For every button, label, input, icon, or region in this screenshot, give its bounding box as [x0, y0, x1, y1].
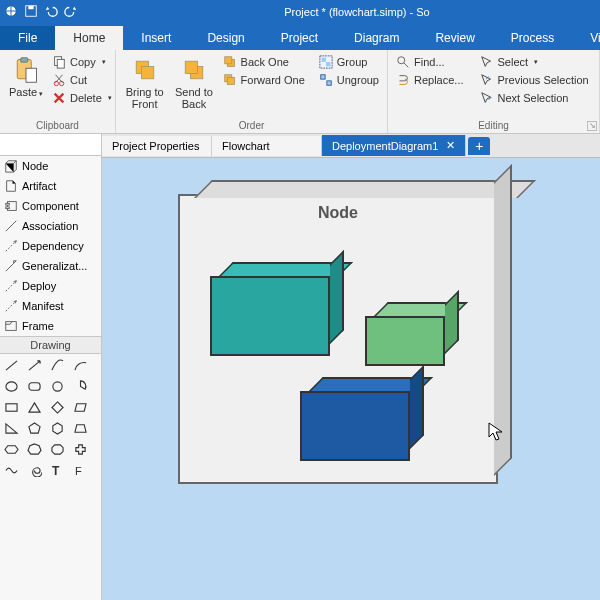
- svg-rect-22: [327, 81, 331, 85]
- node-frame[interactable]: Node: [178, 194, 498, 484]
- svg-point-28: [6, 382, 17, 391]
- tab-file[interactable]: File: [0, 26, 55, 50]
- svg-rect-17: [227, 77, 234, 84]
- tab-home[interactable]: Home: [55, 26, 123, 50]
- replace-button[interactable]: Replace...: [394, 72, 466, 88]
- shape-hexagon-icon[interactable]: [3, 442, 20, 457]
- tab-view[interactable]: View: [572, 26, 600, 50]
- bring-to-front-button[interactable]: Bring to Front: [122, 54, 167, 112]
- forward-one-button[interactable]: Forward One: [221, 72, 307, 88]
- paste-button[interactable]: Paste▾: [6, 54, 46, 100]
- doctab-project-properties[interactable]: Project Properties: [102, 136, 212, 156]
- svg-rect-31: [6, 404, 17, 411]
- palette-item-manifest[interactable]: Manifest: [0, 296, 101, 316]
- svg-rect-11: [141, 67, 153, 79]
- cube-green[interactable]: [365, 316, 445, 366]
- shape-pentagon-icon[interactable]: [26, 421, 43, 436]
- shape-wave-icon[interactable]: [3, 463, 20, 478]
- shape-arc-icon[interactable]: [72, 358, 89, 373]
- ribbon-tabs: File Home Insert Design Project Diagram …: [0, 24, 600, 50]
- title-bar: Project * (flowchart.simp) - So: [0, 0, 600, 24]
- svg-rect-2: [28, 6, 33, 10]
- shape-rect-icon[interactable]: [3, 400, 20, 415]
- save-icon[interactable]: [24, 4, 38, 20]
- shape-octagon-icon[interactable]: [49, 442, 66, 457]
- close-tab-icon[interactable]: ✕: [446, 139, 455, 152]
- ribbon-group-editing: Find... Replace... Select▾ Previous Sele…: [388, 50, 600, 133]
- send-to-back-button[interactable]: Send to Back: [171, 54, 216, 112]
- palette-item-generalization[interactable]: Generalizat...: [0, 256, 101, 276]
- svg-text:T: T: [52, 464, 60, 477]
- copy-button[interactable]: Copy▾: [50, 54, 114, 70]
- document-tabs: Project Properties Flowchart DeploymentD…: [102, 134, 600, 158]
- palette-item-node[interactable]: Node: [0, 156, 101, 176]
- svg-rect-5: [26, 68, 37, 82]
- group-button[interactable]: Group: [317, 54, 381, 70]
- palette-item-association[interactable]: Association: [0, 216, 101, 236]
- palette-item-artifact[interactable]: Artifact: [0, 176, 101, 196]
- shape-parallelogram-icon[interactable]: [72, 400, 89, 415]
- tab-diagram[interactable]: Diagram: [336, 26, 417, 50]
- shape-triangle-icon[interactable]: [26, 400, 43, 415]
- shape-curve-icon[interactable]: [49, 358, 66, 373]
- shape-heptagon-icon[interactable]: [26, 442, 43, 457]
- canvas[interactable]: Node: [102, 158, 600, 600]
- tab-project[interactable]: Project: [263, 26, 336, 50]
- palette-section-drawing: Drawing: [0, 336, 101, 354]
- shape-roundrect-icon[interactable]: [26, 379, 43, 394]
- svg-rect-15: [224, 57, 231, 64]
- shape-sector-icon[interactable]: [72, 379, 89, 394]
- dialog-launcher-icon[interactable]: ↘: [587, 121, 597, 131]
- group-label-editing: Editing: [388, 120, 599, 131]
- select-button[interactable]: Select▾: [478, 54, 591, 70]
- svg-rect-13: [185, 61, 197, 73]
- next-selection-button[interactable]: Next Selection: [478, 90, 591, 106]
- drawing-shapes: T F: [0, 354, 101, 482]
- palette-item-frame[interactable]: Frame: [0, 316, 101, 336]
- back-one-button[interactable]: Back One: [221, 54, 307, 70]
- doctab-flowchart[interactable]: Flowchart: [212, 136, 322, 156]
- shape-spiral-icon[interactable]: [26, 463, 43, 478]
- ungroup-button[interactable]: Ungroup: [317, 72, 381, 88]
- svg-rect-7: [57, 59, 64, 68]
- svg-rect-25: [6, 203, 10, 205]
- redo-icon[interactable]: [64, 4, 78, 20]
- tab-review[interactable]: Review: [417, 26, 492, 50]
- palette-search: 🔍: [0, 134, 101, 156]
- shape-rtriangle-icon[interactable]: [3, 421, 20, 436]
- shape-trapezoid-icon[interactable]: [72, 421, 89, 436]
- find-button[interactable]: Find...: [394, 54, 466, 70]
- svg-rect-29: [29, 383, 40, 390]
- ribbon-group-clipboard: Paste▾ Copy▾ Cut Delete▾ Clipboard: [0, 50, 116, 133]
- palette-item-dependency[interactable]: Dependency: [0, 236, 101, 256]
- undo-icon[interactable]: [44, 4, 58, 20]
- document-area: Project Properties Flowchart DeploymentD…: [102, 134, 600, 600]
- svg-point-30: [53, 382, 62, 391]
- cube-teal[interactable]: [210, 276, 330, 356]
- shape-line-icon[interactable]: [3, 358, 20, 373]
- ribbon: Paste▾ Copy▾ Cut Delete▾ Clipboard Bring…: [0, 50, 600, 134]
- doctab-deployment-diagram[interactable]: DeploymentDiagram1✕: [322, 135, 466, 156]
- tab-insert[interactable]: Insert: [123, 26, 189, 50]
- tab-process[interactable]: Process: [493, 26, 572, 50]
- shape-circle-icon[interactable]: [49, 379, 66, 394]
- shape-text-icon[interactable]: F: [72, 463, 89, 478]
- group-label-clipboard: Clipboard: [0, 120, 115, 131]
- svg-rect-20: [326, 62, 330, 66]
- cut-button[interactable]: Cut: [50, 72, 114, 88]
- ribbon-group-order: Bring to Front Send to Back Back One For…: [116, 50, 388, 133]
- new-tab-button[interactable]: +: [468, 137, 490, 155]
- cube-blue[interactable]: [300, 391, 410, 461]
- svg-rect-21: [321, 75, 325, 79]
- palette-item-component[interactable]: Component: [0, 196, 101, 216]
- tab-design[interactable]: Design: [189, 26, 262, 50]
- delete-button[interactable]: Delete▾: [50, 90, 114, 106]
- shape-hexagon-up-icon[interactable]: [49, 421, 66, 436]
- shape-text-bold-icon[interactable]: T: [49, 463, 66, 478]
- shape-diamond-icon[interactable]: [49, 400, 66, 415]
- shape-arrow-icon[interactable]: [26, 358, 43, 373]
- shape-cross-icon[interactable]: [72, 442, 89, 457]
- shape-ellipse-icon[interactable]: [3, 379, 20, 394]
- previous-selection-button[interactable]: Previous Selection: [478, 72, 591, 88]
- palette-item-deploy[interactable]: Deploy: [0, 276, 101, 296]
